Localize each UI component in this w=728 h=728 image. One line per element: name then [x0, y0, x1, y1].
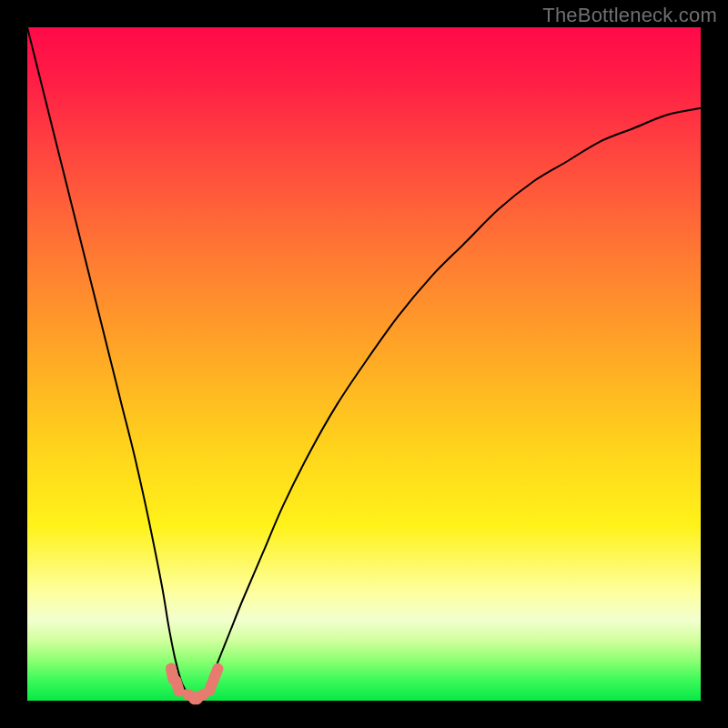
chart-frame: TheBottleneck.com [0, 0, 728, 728]
curve-layer [27, 27, 701, 701]
watermark-text: TheBottleneck.com [542, 4, 717, 27]
plot-area [27, 27, 701, 701]
marker-group [165, 662, 225, 706]
bottleneck-curve [27, 27, 701, 697]
